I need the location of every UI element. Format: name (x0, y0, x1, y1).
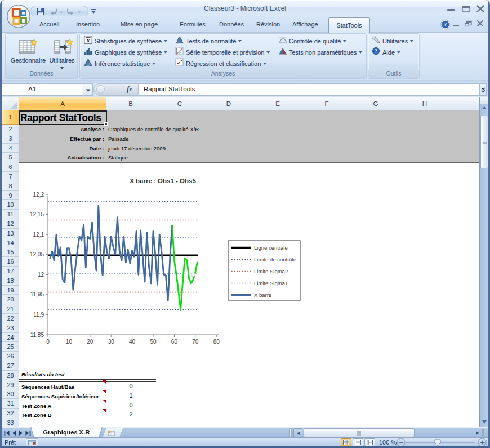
svg-text:40: 40 (129, 339, 136, 345)
svg-text:10: 10 (66, 339, 73, 345)
svg-text:Ligne centrale: Ligne centrale (254, 245, 288, 251)
svg-text:Limite Sigma2: Limite Sigma2 (254, 268, 288, 274)
svg-text:20: 20 (87, 339, 93, 345)
svg-text:?: ? (444, 21, 447, 28)
svg-text:x: x (86, 37, 90, 43)
svg-text:12,15: 12,15 (30, 211, 44, 218)
svg-text:12: 12 (38, 272, 44, 278)
svg-text:?: ? (375, 48, 377, 54)
svg-text:11,85: 11,85 (30, 332, 44, 338)
svg-text:70: 70 (192, 339, 199, 345)
svg-text:80: 80 (213, 339, 220, 345)
svg-text:12,1: 12,1 (33, 232, 44, 238)
svg-text:X barre : Obs1 - Obs5: X barre : Obs1 - Obs5 (130, 178, 196, 184)
svg-text:X barre: X barre (254, 292, 271, 298)
svg-text:11,9: 11,9 (33, 312, 44, 318)
svg-text:30: 30 (108, 339, 115, 345)
svg-text:12,05: 12,05 (30, 251, 44, 258)
svg-text:Limite de contrôle: Limite de contrôle (254, 256, 296, 263)
svg-text:0: 0 (46, 339, 50, 345)
svg-text:50: 50 (150, 339, 157, 345)
svg-text:60: 60 (171, 339, 178, 345)
svg-text:Limite Sigma1: Limite Sigma1 (254, 280, 288, 286)
svg-text:12,2: 12,2 (33, 192, 44, 198)
svg-text:11,95: 11,95 (30, 291, 44, 298)
